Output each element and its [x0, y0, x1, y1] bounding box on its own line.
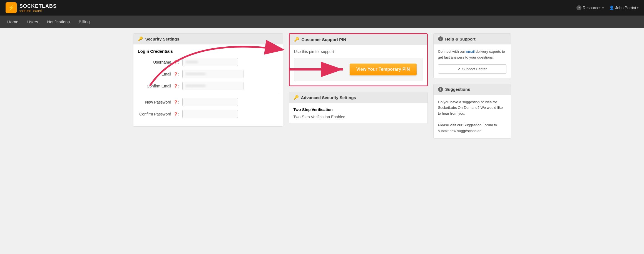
customer-support-pin-header: 🔑 Customer Support PIN: [290, 34, 427, 45]
key-icon-advanced: 🔑: [294, 95, 299, 100]
arrow-indicator: [289, 61, 350, 78]
view-temporary-pin-button[interactable]: View Your Temporary PIN: [350, 64, 417, 75]
suggestions-text: Do you have a suggestion or idea for Soc…: [438, 99, 506, 134]
user-menu-link[interactable]: 👤 John Porrini ▾: [609, 6, 638, 10]
pin-inner-box: View Your Temporary PIN: [294, 58, 422, 81]
confirm-email-row: Confirm Email ❓:: [138, 82, 279, 90]
help-support-body: Connect with our email delivery experts …: [434, 44, 511, 78]
top-bar: ⚡ SOCKETLABS control panel ? Resources ▾…: [0, 0, 644, 16]
nav-billing[interactable]: Billing: [74, 16, 94, 28]
email-help-icon[interactable]: ❓: [173, 72, 178, 76]
resources-link[interactable]: ? Resources ▾: [576, 5, 604, 10]
support-center-button[interactable]: ↗ Support Center: [438, 64, 506, 74]
pin-description: Use this pin for support: [294, 49, 422, 54]
two-step-status: Two-Step Verification Enabled: [294, 115, 423, 119]
nav-users[interactable]: Users: [23, 16, 43, 28]
suggestions-header: i Suggestions: [434, 84, 511, 95]
question-circle-icon: ?: [576, 5, 581, 10]
security-settings-header: 🔑 Security Settings: [133, 34, 283, 44]
chevron-down-icon: ▾: [602, 6, 604, 9]
confirm-password-field[interactable]: [182, 110, 238, 118]
advanced-security-header: 🔑 Advanced Security Settings: [289, 92, 427, 103]
email-field[interactable]: [182, 70, 243, 78]
security-settings-body: Login Credentials Username ❓: Email ❓:: [133, 44, 283, 126]
right-column: ? Help & Support Connect with our email …: [433, 33, 511, 144]
external-icon: ↗: [457, 67, 461, 71]
help-support-header: ? Help & Support: [434, 34, 511, 44]
nav-notifications[interactable]: Notifications: [43, 16, 74, 28]
confirm-email-label: Confirm Email ❓:: [138, 84, 182, 88]
email-label: Email ❓:: [138, 72, 182, 76]
security-settings-card: 🔑 Security Settings Login Credentials Us…: [133, 33, 283, 127]
two-step-title: Two-Step Verification: [294, 107, 423, 112]
info-circle-icon: i: [438, 87, 443, 92]
confirm-password-label: Confirm Password ❓:: [138, 112, 182, 116]
nav-home[interactable]: Home: [3, 16, 23, 28]
logo-text: SOCKETLABS control panel: [19, 3, 57, 12]
new-password-label: New Password ❓:: [138, 100, 182, 104]
main-nav: Home Users Notifications Billing: [0, 16, 644, 28]
left-column: 🔑 Security Settings Login Credentials Us…: [133, 33, 283, 144]
confirm-password-help-icon[interactable]: ❓: [173, 112, 178, 116]
chevron-down-icon: ▾: [637, 6, 638, 9]
email-row: Email ❓:: [138, 70, 279, 78]
login-credentials-title: Login Credentials: [138, 49, 279, 54]
confirm-password-row: Confirm Password ❓:: [138, 110, 279, 118]
middle-column: 🔑 Customer Support PIN Use this pin for …: [289, 33, 428, 144]
help-support-card: ? Help & Support Connect with our email …: [433, 33, 511, 78]
customer-support-pin-card: 🔑 Customer Support PIN Use this pin for …: [289, 33, 428, 86]
confirm-email-field[interactable]: [182, 82, 243, 90]
new-password-row: New Password ❓:: [138, 98, 279, 106]
username-label: Username ❓:: [138, 60, 182, 64]
customer-support-pin-body: Use this pin for support: [290, 45, 427, 85]
new-password-field[interactable]: [182, 98, 238, 106]
confirm-email-help-icon[interactable]: ❓: [173, 84, 178, 88]
user-icon: 👤: [609, 6, 614, 10]
key-icon-pin: 🔑: [294, 37, 299, 42]
suggestions-card: i Suggestions Do you have a suggestion o…: [433, 84, 511, 139]
email-link[interactable]: email: [466, 49, 475, 54]
username-help-icon[interactable]: ❓: [173, 60, 178, 64]
logo-area: ⚡ SOCKETLABS control panel: [6, 2, 57, 13]
top-right-nav: ? Resources ▾ 👤 John Porrini ▾: [576, 5, 638, 10]
advanced-security-body: Two-Step Verification Two-Step Verificat…: [289, 103, 427, 124]
advanced-security-card: 🔑 Advanced Security Settings Two-Step Ve…: [289, 92, 428, 124]
username-row: Username ❓:: [138, 58, 279, 66]
page-content: 🔑 Security Settings Login Credentials Us…: [128, 28, 517, 150]
info-icon: ?: [438, 36, 443, 41]
logo-icon: ⚡: [6, 2, 17, 13]
new-password-help-icon[interactable]: ❓: [173, 100, 178, 104]
help-support-text: Connect with our email delivery experts …: [438, 49, 506, 61]
key-icon: 🔑: [138, 36, 143, 41]
username-field[interactable]: [182, 58, 238, 66]
suggestions-body: Do you have a suggestion or idea for Soc…: [434, 95, 511, 139]
